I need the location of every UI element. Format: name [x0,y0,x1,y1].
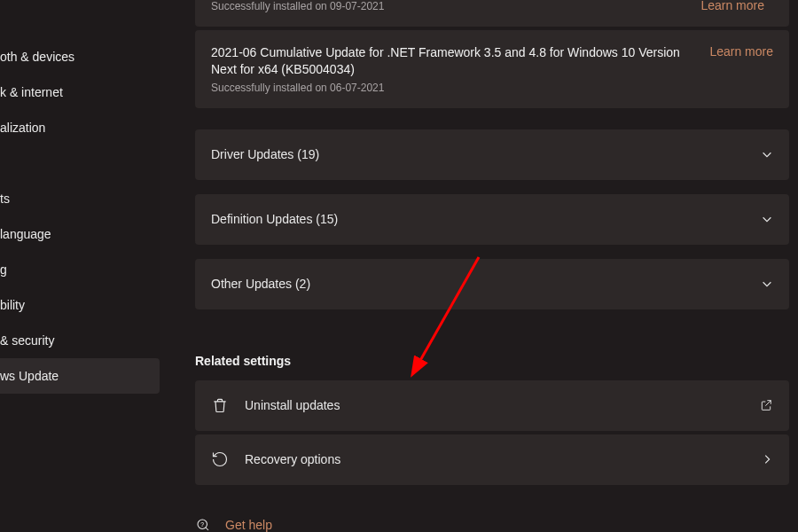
sidebar-item-network-internet[interactable]: k & internet [0,74,160,110]
get-help-link[interactable]: Get help [225,518,272,532]
chevron-right-icon [761,453,773,466]
update-title: 2021-06 Cumulative Update for .NET Frame… [211,44,699,78]
related-settings-heading: Related settings [195,354,789,368]
sidebar-item-accessibility[interactable]: bility [0,287,160,323]
expander-label: Definition Updates (15) [211,212,338,226]
setting-row-label: Uninstall updates [245,398,759,412]
chevron-down-icon [761,278,773,290]
uninstall-updates-row[interactable]: Uninstall updates [195,380,789,431]
sidebar-item-gaming[interactable]: g [0,252,160,287]
update-item-1: 2021-06 Cumulative Update for .NET Frame… [195,30,789,108]
sidebar-item-privacy-security[interactable]: & security [0,323,160,358]
expander-driver-updates[interactable]: Driver Updates (19) [195,129,789,180]
settings-sidebar: oth & devices k & internet alization ts … [0,0,160,532]
get-help-row[interactable]: ? Get help [195,517,789,532]
expander-label: Driver Updates (19) [211,147,319,161]
update-item-0: Learn more Successfully installed on 09-… [195,0,789,27]
expander-definition-updates[interactable]: Definition Updates (15) [195,194,789,245]
sidebar-item-accounts[interactable]: ts [0,181,160,216]
expander-other-updates[interactable]: Other Updates (2) [195,259,789,309]
chevron-down-icon [761,148,773,160]
help-icon: ? [195,517,211,532]
chevron-down-icon [761,213,773,225]
sidebar-item-windows-update[interactable]: ws Update [0,358,160,394]
expander-label: Other Updates (2) [211,277,310,291]
svg-text:?: ? [200,520,204,527]
sidebar-item-bluetooth-devices[interactable]: oth & devices [0,39,160,74]
trash-icon [211,396,229,414]
main-content: Learn more Successfully installed on 09-… [160,0,798,532]
sidebar-item-time-language[interactable]: language [0,216,160,252]
setting-row-label: Recovery options [245,452,761,466]
open-external-icon [759,398,773,412]
recovery-icon [211,450,229,468]
sidebar-item-apps[interactable] [0,145,160,181]
learn-more-link[interactable]: Learn more [709,44,773,59]
learn-more-link[interactable]: Learn more [700,0,764,12]
sidebar-item-personalization[interactable]: alization [0,110,160,145]
update-install-status: Successfully installed on 06-07-2021 [211,82,699,94]
recovery-options-row[interactable]: Recovery options [195,434,789,485]
